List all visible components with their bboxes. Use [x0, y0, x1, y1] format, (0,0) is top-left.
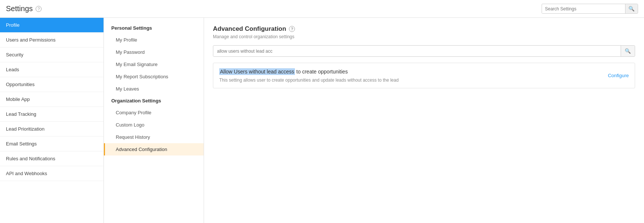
content-title-row: Advanced Configuration ? [213, 25, 635, 33]
setting-card-allow-users: Allow Users without lead access to creat… [213, 63, 635, 88]
setting-title-suffix: to create opportunities [295, 69, 348, 75]
section-heading-organization: Organization Settings [104, 95, 204, 106]
header-help-icon[interactable]: ? [36, 6, 42, 12]
content-subtitle: Manage and control organization settings [213, 34, 635, 39]
content-header: Advanced Configuration ? Manage and cont… [213, 25, 635, 39]
config-search-button[interactable]: 🔍 [621, 46, 635, 56]
page-title: Settings [6, 4, 33, 13]
sidebar-item-mobile-app[interactable]: Mobile App [0, 92, 104, 107]
sidebar-item-opportunities[interactable]: Opportunities [0, 77, 104, 92]
header-left: Settings ? [6, 4, 42, 13]
sidebar-item-rules-notifications[interactable]: Rules and Notifications [0, 151, 104, 166]
sidebar-item-leads[interactable]: Leads [0, 62, 104, 77]
setting-title: Allow Users without lead access to creat… [219, 68, 601, 76]
configure-button[interactable]: Configure [601, 73, 629, 78]
middle-sidebar: Personal Settings My Profile My Password… [104, 18, 204, 223]
global-search-box: 🔍 [542, 4, 638, 14]
content-area: Advanced Configuration ? Manage and cont… [204, 18, 644, 223]
sub-item-my-report-subscriptions[interactable]: My Report Subscriptions [104, 70, 204, 83]
global-search-button[interactable]: 🔍 [625, 4, 638, 13]
sub-item-my-profile[interactable]: My Profile [104, 34, 204, 46]
sub-item-request-history[interactable]: Request History [104, 131, 204, 143]
sidebar-item-profile[interactable]: Profile [0, 18, 104, 33]
sub-item-custom-logo[interactable]: Custom Logo [104, 119, 204, 131]
sidebar-item-lead-tracking[interactable]: Lead Tracking [0, 107, 104, 122]
sub-item-advanced-configuration[interactable]: Advanced Configuration [104, 143, 204, 155]
main-container: Profile Users and Permissions Security L… [0, 18, 644, 223]
sidebar-item-users-permissions[interactable]: Users and Permissions [0, 33, 104, 47]
app-header: Settings ? 🔍 [0, 0, 644, 18]
sub-item-company-profile[interactable]: Company Profile [104, 106, 204, 119]
sub-item-my-leaves[interactable]: My Leaves [104, 83, 204, 95]
content-title-text: Advanced Configuration [213, 25, 286, 33]
content-help-icon[interactable]: ? [289, 26, 295, 32]
config-search-input[interactable] [213, 46, 621, 56]
setting-title-highlight: Allow Users without lead access [219, 68, 295, 75]
sub-item-my-email-signature[interactable]: My Email Signature [104, 58, 204, 70]
section-heading-personal: Personal Settings [104, 22, 204, 34]
global-search-input[interactable] [542, 4, 625, 13]
sidebar-item-api-webhooks[interactable]: API and Webhooks [0, 166, 104, 181]
setting-description: This setting allows user to create oppor… [219, 78, 601, 83]
setting-card-body: Allow Users without lead access to creat… [219, 68, 601, 83]
sub-item-my-password[interactable]: My Password [104, 46, 204, 58]
sidebar-item-email-settings[interactable]: Email Settings [0, 137, 104, 151]
config-search-box: 🔍 [213, 45, 635, 57]
sidebar-item-lead-prioritization[interactable]: Lead Prioritization [0, 122, 104, 137]
sidebar-item-security[interactable]: Security [0, 47, 104, 62]
left-sidebar: Profile Users and Permissions Security L… [0, 18, 104, 223]
